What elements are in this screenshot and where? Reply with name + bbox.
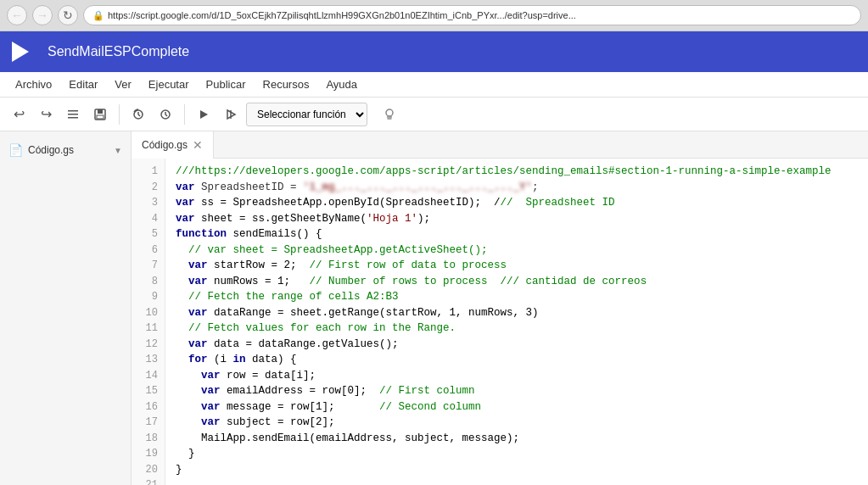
line-number: 3 [132,195,165,211]
lock-icon: 🔒 [92,10,104,21]
svg-rect-1 [68,114,78,115]
svg-point-11 [386,109,393,116]
url-text: https://script.google.com/d/1D_5oxCEjkh7… [108,10,576,20]
browser-chrome: ← → ↻ 🔒 https://script.google.com/d/1D_5… [0,0,868,31]
code-content[interactable]: ///https://developers.google.com/apps-sc… [165,159,868,485]
menu-recursos[interactable]: Recursos [255,75,318,94]
back-button[interactable]: ← [7,5,27,25]
code-line: var message = row[1]; // Second column [176,399,868,415]
line-number: 5 [132,226,165,242]
app-logo [0,31,41,72]
code-line: var startRow = 2; // First row of data t… [176,258,868,274]
line-number: 11 [132,321,165,337]
code-line: var row = data[i]; [176,368,868,384]
toolbar-divider-2 [184,104,185,125]
line-number: 21 [132,477,165,485]
main-layout: 📄 Código.gs ▼ Código.gs ✕ 12345678910111… [0,131,868,485]
app-header: SendMailESPComplete [0,31,868,72]
line-number: 15 [132,383,165,399]
browser-nav: ← → ↻ 🔒 https://script.google.com/d/1D_5… [0,0,868,31]
tab-label: Código.gs [142,139,188,151]
history-button-2[interactable] [154,103,177,126]
reload-button[interactable]: ↻ [58,5,78,25]
svg-rect-5 [97,115,104,119]
tab-close-button[interactable]: ✕ [193,138,203,152]
address-bar[interactable]: 🔒 https://script.google.com/d/1D_5oxCEjk… [83,5,861,25]
menu-archivo[interactable]: Archivo [7,75,60,94]
line-number: 10 [132,305,165,321]
sidebar-item-label: Código.gs [28,144,109,156]
code-line: var SpreadsheetID = '1_mg_..._..._..._..… [176,180,868,196]
code-line: function sendEmails() { [176,226,868,242]
line-number: 16 [132,399,165,415]
svg-marker-8 [200,110,208,119]
code-line: // var sheet = SpreadsheetApp.getActiveS… [176,242,868,259]
history-button-1[interactable] [126,103,150,126]
file-icon: 📄 [8,143,23,157]
line-number: 9 [132,289,165,305]
code-line: for (i in data) { [176,352,868,368]
debug-button[interactable] [219,103,243,126]
svg-rect-2 [68,117,78,119]
code-line: var ss = SpreadsheetApp.openById(Spreads… [176,195,868,211]
line-numbers: 1234567891011121314151617181920212223242… [132,159,165,485]
menu-ver[interactable]: Ver [106,75,140,94]
sidebar: 📄 Código.gs ▼ [0,131,132,485]
line-number: 4 [132,211,165,227]
app-title: SendMailESPComplete [48,44,189,59]
line-number: 6 [132,242,165,259]
line-number: 18 [132,431,165,447]
tab-bar: Código.gs ✕ [132,131,868,159]
toolbar: ↩ ↪ Seleccionar función [0,98,868,131]
function-selector[interactable]: Seleccionar función [246,103,367,126]
code-line: var dataRange = sheet.getRange(startRow,… [176,305,868,321]
svg-rect-4 [98,109,103,114]
code-line: var subject = row[2]; [176,415,868,431]
chevron-down-icon: ▼ [114,146,122,155]
code-editor[interactable]: 1234567891011121314151617181920212223242… [132,159,868,485]
indent-button[interactable] [61,103,85,126]
run-button[interactable] [192,103,216,126]
sidebar-item-codigo[interactable]: 📄 Código.gs ▼ [0,138,131,162]
line-number: 13 [132,352,165,368]
toolbar-divider-1 [119,104,120,125]
menu-ejecutar[interactable]: Ejecutar [140,75,198,94]
line-number: 20 [132,462,165,478]
line-number: 2 [132,180,165,196]
forward-button[interactable]: → [32,5,53,25]
code-line: // Fetch the range of cells A2:B3 [176,289,868,305]
menubar: Archivo Editar Ver Ejecutar Publicar Rec… [0,72,868,98]
menu-publicar[interactable]: Publicar [198,75,255,94]
menu-ayuda[interactable]: Ayuda [317,75,366,94]
line-number: 14 [132,368,165,384]
code-line: } [176,462,868,478]
code-line: } [176,446,868,462]
save-button[interactable] [88,103,112,126]
line-number: 1 [132,164,165,180]
tab-codigo[interactable]: Código.gs ✕ [132,131,214,159]
logo-arrow-icon [12,42,29,62]
code-line: var emailAddress = row[0]; // First colu… [176,383,868,399]
undo-button[interactable]: ↩ [7,103,31,126]
bulb-button[interactable] [378,103,401,126]
menu-editar[interactable]: Editar [60,75,106,94]
redo-button[interactable]: ↪ [34,103,58,126]
editor-area: Código.gs ✕ 1234567891011121314151617181… [132,131,868,485]
line-number: 7 [132,258,165,274]
code-line: ///https://developers.google.com/apps-sc… [176,164,868,180]
line-number: 12 [132,337,165,353]
code-line: var numRows = 1; // Number of rows to pr… [176,274,868,290]
code-line: var sheet = ss.getSheetByName('Hoja 1'); [176,211,868,227]
code-line: MailApp.sendEmail(emailAddress, subject,… [176,431,868,447]
code-line: // Fetch values for each row in the Rang… [176,321,868,337]
line-number: 19 [132,446,165,462]
svg-rect-0 [68,110,78,112]
line-number: 17 [132,415,165,431]
line-number: 8 [132,274,165,290]
code-line: var data = dataRange.getValues(); [176,337,868,353]
